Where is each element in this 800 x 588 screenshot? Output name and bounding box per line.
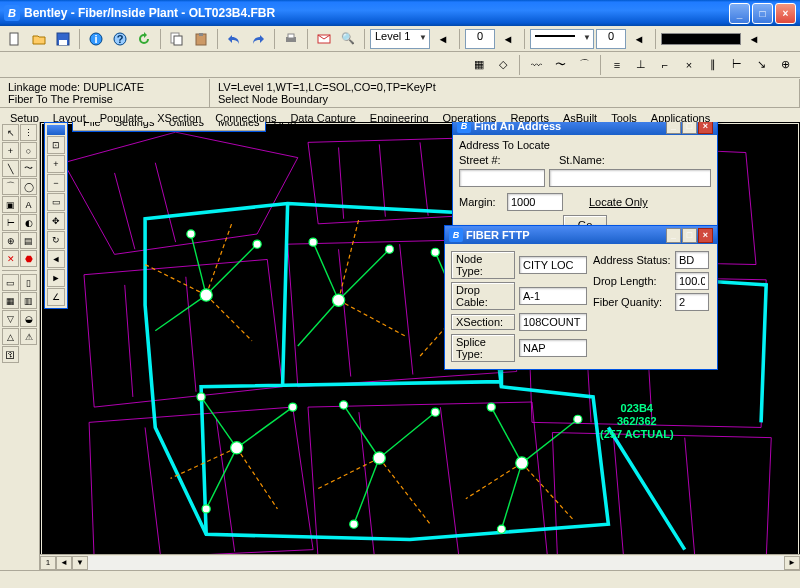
help-button[interactable]: ? [109,28,131,50]
view-rotate-button[interactable]: ↻ [47,231,65,249]
maximize-button[interactable]: □ [752,3,773,24]
margin-input[interactable] [507,193,563,211]
node-type-label[interactable]: Node Type: [451,251,515,279]
toolbar-num-1[interactable]: 0 [465,29,495,49]
delete-tool[interactable]: ✕ [2,250,19,267]
fttp-panel-min[interactable]: _ [666,228,681,243]
mail-button[interactable] [313,28,335,50]
view-zoomout-button[interactable]: − [47,174,65,192]
comm-menu-file[interactable]: File [77,122,107,130]
snap-ctr-button[interactable]: ⊕ [774,54,796,76]
address-panel-min[interactable]: _ [666,122,681,134]
table-tool[interactable]: ▦ [2,292,19,309]
fttp-panel-max[interactable]: □ [682,228,697,243]
splice-type-input[interactable] [519,339,587,357]
snap-perp-button[interactable]: ⊥ [630,54,652,76]
view-scrollbar[interactable]: 1 ◄ ▼ ► [40,554,800,570]
key-tool[interactable]: ⚿ [2,346,19,363]
align-h-button[interactable]: ≡ [606,54,628,76]
address-panel-max[interactable]: □ [682,122,697,134]
view-area[interactable]: 023B4 362/362 (257 ACTUAL) ⊡ + − ▭ ✥ ↻ ◄… [40,122,800,570]
warn-tool[interactable]: ⚠ [20,328,37,345]
view-down-button[interactable]: ▼ [72,556,88,570]
line-tool[interactable]: ╲ [2,160,19,177]
scale-tool[interactable]: ▥ [20,292,37,309]
snap-near-button[interactable]: ↘ [750,54,772,76]
palette-tool[interactable]: ◐ [20,214,37,231]
minimize-button[interactable]: _ [729,3,750,24]
color-prev[interactable]: ◄ [743,28,765,50]
paste-button[interactable] [190,28,212,50]
view-window-button[interactable]: ▭ [47,193,65,211]
pointlist-tool[interactable]: ⋮ [20,124,37,141]
save-button[interactable] [52,28,74,50]
pointer-tool[interactable]: ↖ [2,124,19,141]
toolbar-prev-2[interactable]: ◄ [628,28,650,50]
find-button[interactable]: 🔍 [337,28,359,50]
arc-tool[interactable]: ⌒ [2,178,19,195]
xsection-input[interactable] [519,313,587,331]
level-select[interactable]: Level 1 [370,29,430,49]
view-left-button[interactable]: ◄ [56,556,72,570]
view-prev-button[interactable]: ◄ [47,250,65,268]
close-button[interactable]: × [775,3,796,24]
view-zoomin-button[interactable]: + [47,155,65,173]
plus-tool[interactable]: + [2,142,19,159]
xsection-label[interactable]: XSection: [451,314,515,330]
street-num-input[interactable] [459,169,545,187]
comm-menu-utilities[interactable]: Utilities [162,122,209,130]
fttp-panel-close[interactable]: × [698,228,713,243]
node-type-input[interactable] [519,256,587,274]
copy-button[interactable] [166,28,188,50]
address-panel-close[interactable]: × [698,122,713,134]
layer-tool[interactable]: ▤ [20,232,37,249]
locate-only-link[interactable]: Locate Only [589,196,648,208]
view-toolbox[interactable]: ⊡ + − ▭ ✥ ↻ ◄ ► ∠ [44,122,68,309]
linestyle-select[interactable] [530,29,594,49]
text-tool[interactable]: A [20,196,37,213]
curve3-button[interactable]: ⌒ [573,54,595,76]
snap-end-button[interactable]: ⌐ [654,54,676,76]
fttp-panel[interactable]: B FIBER FTTP _ □ × Node Type: Drop Cable… [444,225,718,370]
splice-type-label[interactable]: Splice Type: [451,334,515,362]
toolbar-prev-1[interactable]: ◄ [497,28,519,50]
view-toolbox-grip[interactable] [47,125,65,135]
info-button[interactable]: i [85,28,107,50]
comm-panel[interactable]: B Bentley Communications × File Settings… [72,122,266,132]
new-file-button[interactable] [4,28,26,50]
tri-tool[interactable]: △ [2,328,19,345]
view-right-button[interactable]: ► [784,556,800,570]
target-tool[interactable]: ⊕ [2,232,19,249]
refresh-button[interactable] [133,28,155,50]
comm-menu-modules[interactable]: Modules [212,122,266,130]
color-swatch[interactable] [661,33,741,45]
print-button[interactable] [280,28,302,50]
drop-length-input[interactable] [675,272,709,290]
dimension-tool[interactable]: ⊢ [2,214,19,231]
undo-button[interactable] [223,28,245,50]
comm-menu-help[interactable]: Help [268,122,303,130]
view-fit-button[interactable]: ⊡ [47,136,65,154]
curve1-button[interactable]: 〰 [525,54,547,76]
snap-mid-button[interactable]: ⊢ [726,54,748,76]
open-file-button[interactable] [28,28,50,50]
view-scroll-track[interactable] [88,556,784,570]
comm-menu-settings[interactable]: Settings [109,122,161,130]
rect-tool[interactable]: ▭ [2,274,19,291]
circle-tool[interactable]: ○ [20,142,37,159]
snap-point-button[interactable]: ◇ [492,54,514,76]
fiber-quantity-input[interactable] [675,293,709,311]
snap-par-button[interactable]: ∥ [702,54,724,76]
drop-cable-input[interactable] [519,287,587,305]
snap-grid-button[interactable]: ▦ [468,54,490,76]
toolbar-num-2[interactable]: 0 [596,29,626,49]
drop-cable-label[interactable]: Drop Cable: [451,282,515,310]
pin-tool[interactable]: ◒ [20,310,37,327]
level-prev-button[interactable]: ◄ [432,28,454,50]
view-next-button[interactable]: ► [47,269,65,287]
view-num1-button[interactable]: 1 [40,556,56,570]
redo-button[interactable] [247,28,269,50]
curve2-button[interactable]: 〜 [549,54,571,76]
stop-tool[interactable]: ⬣ [20,250,37,267]
cube-tool[interactable]: ▣ [2,196,19,213]
